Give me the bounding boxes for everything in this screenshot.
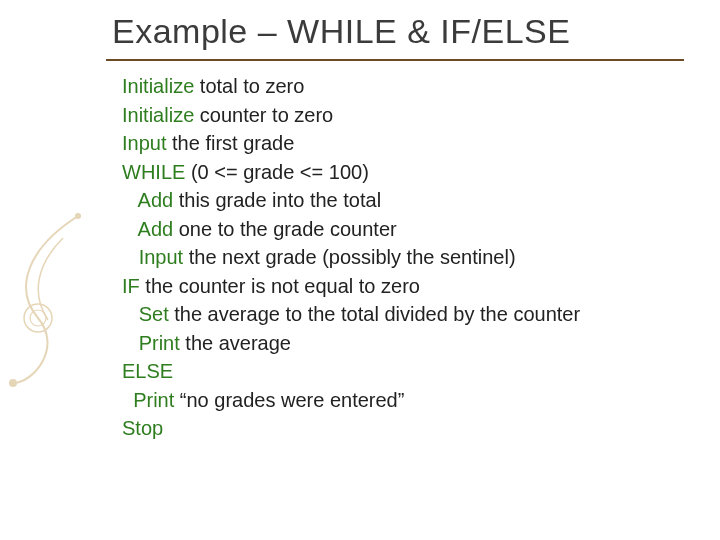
- keyword: Print: [133, 389, 174, 411]
- line-text: “no grades were entered”: [174, 389, 404, 411]
- line-text: this grade into the total: [173, 189, 381, 211]
- line-text: the first grade: [166, 132, 294, 154]
- line-text: the average: [180, 332, 291, 354]
- keyword: IF: [122, 275, 140, 297]
- line-text: one to the grade counter: [173, 218, 397, 240]
- line-text: total to zero: [194, 75, 304, 97]
- keyword: Initialize: [122, 104, 194, 126]
- pseudocode-line: Add this grade into the total: [122, 186, 682, 215]
- pseudocode-line: Stop: [122, 414, 682, 443]
- keyword: ELSE: [122, 360, 173, 382]
- pseudocode-line: Print “no grades were entered”: [122, 386, 682, 415]
- pseudocode-line: Print the average: [122, 329, 682, 358]
- slide-title: Example – WHILE & IF/ELSE: [112, 12, 672, 51]
- pseudocode-body: Initialize total to zeroInitialize count…: [122, 72, 682, 443]
- pseudocode-line: Initialize total to zero: [122, 72, 682, 101]
- keyword: Stop: [122, 417, 163, 439]
- pseudocode-line: Initialize counter to zero: [122, 101, 682, 130]
- keyword: Input: [139, 246, 183, 268]
- pseudocode-line: Input the next grade (possibly the senti…: [122, 243, 682, 272]
- keyword: Print: [139, 332, 180, 354]
- svg-point-3: [75, 213, 81, 219]
- pseudocode-line: Input the first grade: [122, 129, 682, 158]
- svg-point-2: [9, 379, 17, 387]
- keyword: WHILE: [122, 161, 185, 183]
- pseudocode-line: ELSE: [122, 357, 682, 386]
- line-text: the average to the total divided by the …: [169, 303, 580, 325]
- pseudocode-line: Add one to the grade counter: [122, 215, 682, 244]
- svg-point-1: [30, 310, 46, 326]
- svg-point-0: [24, 304, 52, 332]
- pseudocode-line: IF the counter is not equal to zero: [122, 272, 682, 301]
- keyword: Input: [122, 132, 166, 154]
- title-underline: [106, 59, 684, 61]
- keyword: Initialize: [122, 75, 194, 97]
- pseudocode-line: Set the average to the total divided by …: [122, 300, 682, 329]
- line-text: counter to zero: [194, 104, 333, 126]
- keyword: Set: [139, 303, 169, 325]
- line-text: the counter is not equal to zero: [140, 275, 420, 297]
- pseudocode-line: WHILE (0 <= grade <= 100): [122, 158, 682, 187]
- decorative-swirl-icon: [8, 208, 92, 408]
- keyword: Add: [138, 218, 174, 240]
- line-text: the next grade (possibly the sentinel): [183, 246, 515, 268]
- keyword: Add: [138, 189, 174, 211]
- slide: Example – WHILE & IF/ELSE Initialize tot…: [0, 0, 720, 540]
- line-text: (0 <= grade <= 100): [185, 161, 368, 183]
